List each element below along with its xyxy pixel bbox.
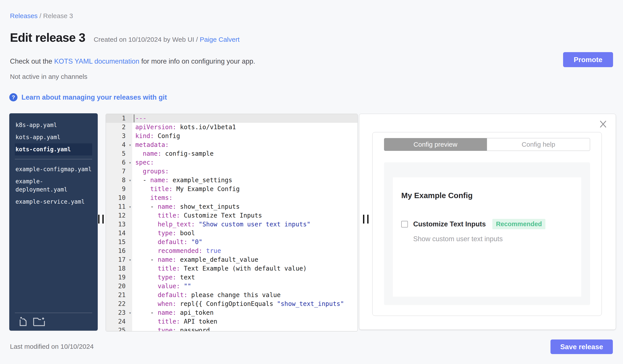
line-number[interactable]: 16 — [106, 246, 132, 255]
fold-arrow-icon[interactable]: ▾ — [129, 158, 131, 167]
line-number[interactable]: 7 — [106, 167, 132, 176]
line-number[interactable]: 9 — [106, 185, 132, 194]
line-number[interactable]: 2 — [106, 123, 132, 132]
question-mark-icon[interactable]: ? — [9, 93, 18, 101]
code-line[interactable]: 20 value: "" — [106, 282, 357, 291]
close-icon[interactable] — [599, 120, 607, 129]
tab-config-help[interactable]: Config help — [487, 138, 590, 151]
code-text[interactable]: metadata: — [132, 141, 357, 149]
sidebar-file-item[interactable]: kots-config.yaml — [15, 143, 92, 156]
code-line[interactable]: 14 type: bool — [106, 229, 357, 238]
code-text[interactable]: title: API token — [132, 317, 357, 326]
code-line[interactable]: 8▾ - name: example_settings — [106, 176, 357, 185]
line-number[interactable]: 25 — [106, 326, 132, 331]
save-release-button[interactable]: Save release — [551, 340, 613, 354]
code-text[interactable]: title: My Example Config — [132, 185, 357, 194]
new-folder-icon[interactable] — [33, 317, 46, 327]
kots-yaml-doc-link[interactable]: KOTS YAML documentation — [54, 58, 139, 65]
code-line[interactable]: 7 groups: — [106, 167, 357, 176]
code-text[interactable]: title: Customize Text Inputs — [132, 211, 357, 220]
code-text[interactable]: - name: example_settings — [132, 176, 357, 185]
sidebar-file-item[interactable]: example-service.yaml — [15, 196, 92, 208]
line-number[interactable]: 24 — [106, 317, 132, 326]
code-line[interactable]: 23▾ - name: api_token — [106, 308, 357, 317]
line-number[interactable]: 6▾ — [106, 158, 132, 167]
code-text[interactable]: type: bool — [132, 229, 357, 238]
line-number[interactable]: 23▾ — [106, 308, 132, 317]
code-line[interactable]: 21 default: please change this value — [106, 291, 357, 300]
code-line[interactable]: 10 items: — [106, 194, 357, 202]
created-by-link[interactable]: Paige Calvert — [200, 36, 239, 43]
fold-arrow-icon[interactable]: ▾ — [129, 308, 131, 317]
line-number[interactable]: 3 — [106, 132, 132, 141]
line-number[interactable]: 10 — [106, 194, 132, 202]
line-number[interactable]: 13 — [106, 220, 132, 229]
code-text[interactable]: default: please change this value — [132, 291, 357, 300]
line-number[interactable]: 17▾ — [106, 255, 132, 264]
code-line[interactable]: 4▾metadata: — [106, 141, 357, 149]
sidebar-file-item[interactable]: example-deployment.yaml — [15, 175, 92, 196]
code-line[interactable]: 6▾spec: — [106, 158, 357, 167]
code-text[interactable]: name: config-sample — [132, 149, 357, 158]
code-line[interactable]: 1--- — [106, 114, 357, 123]
code-text[interactable]: title: Text Example (with default value) — [132, 264, 357, 273]
code-line[interactable]: 24 title: API token — [106, 317, 357, 326]
code-line[interactable]: 9 title: My Example Config — [106, 185, 357, 194]
code-line[interactable]: 11▾ - name: show_text_inputs — [106, 202, 357, 211]
sidebar-file-item[interactable]: kots-app.yaml — [15, 131, 92, 143]
code-line[interactable]: 13 help_text: "Show custom user text inp… — [106, 220, 357, 229]
line-number[interactable]: 20 — [106, 282, 132, 291]
code-line[interactable]: 16 recommended: true — [106, 246, 357, 255]
code-line[interactable]: 3kind: Config — [106, 132, 357, 141]
sidebar-file-item[interactable]: example-configmap.yaml — [15, 163, 92, 175]
line-number[interactable]: 4▾ — [106, 141, 132, 149]
code-text[interactable]: --- — [132, 114, 357, 123]
code-text[interactable]: spec: — [132, 158, 357, 167]
code-text[interactable]: - name: api_token — [132, 308, 357, 317]
line-number[interactable]: 14 — [106, 229, 132, 238]
code-line[interactable]: 17▾ - name: example_default_value — [106, 255, 357, 264]
line-number[interactable]: 19 — [106, 273, 132, 282]
code-text[interactable]: groups: — [132, 167, 357, 176]
tab-config-preview[interactable]: Config preview — [384, 138, 487, 151]
code-text[interactable]: default: "0" — [132, 238, 357, 246]
line-number[interactable]: 21 — [106, 291, 132, 300]
code-line[interactable]: 12 title: Customize Text Inputs — [106, 211, 357, 220]
code-line[interactable]: 5 name: config-sample — [106, 149, 357, 158]
fold-arrow-icon[interactable]: ▾ — [129, 202, 131, 211]
promote-button[interactable]: Promote — [563, 52, 613, 67]
fold-arrow-icon[interactable]: ▾ — [129, 176, 131, 185]
line-number[interactable]: 22 — [106, 300, 132, 308]
config-item-label[interactable]: Customize Text Inputs — [413, 220, 486, 228]
code-text[interactable]: type: text — [132, 273, 357, 282]
code-text[interactable]: help_text: "Show custom user text inputs… — [132, 220, 357, 229]
code-text[interactable]: when: repl{{ ConfigOptionEquals "show_te… — [132, 300, 357, 308]
line-number[interactable]: 12 — [106, 211, 132, 220]
code-line[interactable]: 15 default: "0" — [106, 238, 357, 246]
pane-resize-handle-right[interactable] — [363, 215, 369, 223]
fold-arrow-icon[interactable]: ▾ — [129, 255, 131, 264]
code-line[interactable]: 19 type: text — [106, 273, 357, 282]
code-text[interactable]: - name: example_default_value — [132, 255, 357, 264]
code-line[interactable]: 25 type: password — [106, 326, 357, 331]
code-line[interactable]: 18 title: Text Example (with default val… — [106, 264, 357, 273]
code-text[interactable]: kind: Config — [132, 132, 357, 141]
pane-resize-handle-left[interactable] — [98, 215, 104, 223]
fold-arrow-icon[interactable]: ▾ — [129, 141, 131, 149]
breadcrumb-releases-link[interactable]: Releases — [10, 12, 38, 20]
line-number[interactable]: 8▾ — [106, 176, 132, 185]
code-line[interactable]: 22 when: repl{{ ConfigOptionEquals "show… — [106, 300, 357, 308]
new-file-icon[interactable] — [19, 317, 28, 327]
line-number[interactable]: 1 — [106, 114, 132, 123]
line-number[interactable]: 15 — [106, 238, 132, 246]
sidebar-file-item[interactable]: k8s-app.yaml — [15, 119, 92, 131]
code-text[interactable]: apiVersion: kots.io/v1beta1 — [132, 123, 357, 132]
code-text[interactable]: value: "" — [132, 282, 357, 291]
customize-text-inputs-checkbox[interactable] — [401, 221, 408, 227]
line-number[interactable]: 11▾ — [106, 202, 132, 211]
line-number[interactable]: 18 — [106, 264, 132, 273]
code-text[interactable]: recommended: true — [132, 246, 357, 255]
code-text[interactable]: items: — [132, 194, 357, 202]
code-text[interactable]: - name: show_text_inputs — [132, 202, 357, 211]
git-releases-link[interactable]: Learn about managing your releases with … — [22, 93, 167, 101]
